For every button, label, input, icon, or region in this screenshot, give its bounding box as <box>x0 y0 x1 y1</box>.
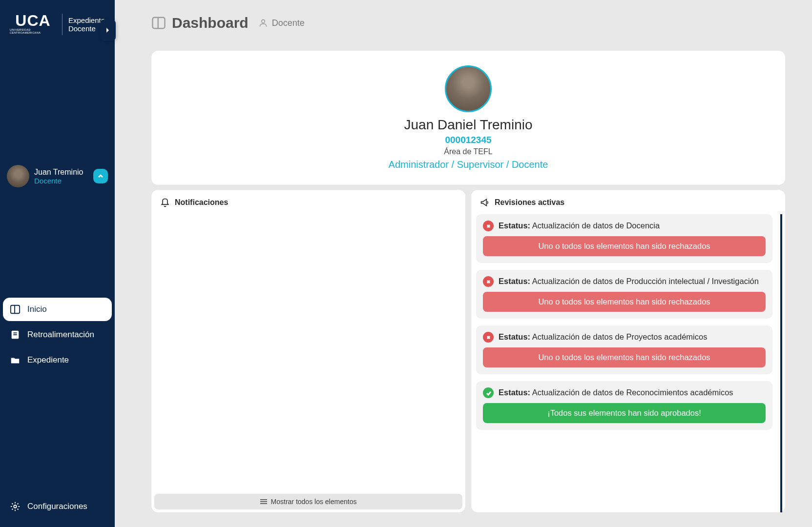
logo-area: UCA UNIVERSIDAD CENTROAMERICANA Expedien… <box>0 0 115 45</box>
gear-icon <box>10 501 21 512</box>
person-icon <box>258 18 268 28</box>
nav-item-configuraciones[interactable]: Configuraciones <box>0 495 115 518</box>
bell-icon <box>160 198 170 207</box>
reject-icon <box>483 221 494 231</box>
svg-point-8 <box>261 20 265 23</box>
nav-label: Inicio <box>27 304 47 314</box>
app-title-line2: Docente <box>68 24 105 33</box>
nav: Inicio Retroalimentación Expediente <box>0 298 115 372</box>
avatar <box>7 165 29 187</box>
nav-item-expediente[interactable]: Expediente <box>3 348 112 372</box>
nav-label: Expediente <box>27 355 69 365</box>
dashboard-icon <box>10 304 21 315</box>
review-text: Estatus: Actualización de datos de Produ… <box>499 276 759 286</box>
reject-icon <box>483 332 494 343</box>
review-status-bar[interactable]: Uno o todos los elementos han sido recha… <box>483 292 766 312</box>
sidebar: UCA UNIVERSIDAD CENTROAMERICANA Expedien… <box>0 0 115 527</box>
nav-label: Configuraciones <box>27 502 87 511</box>
panels: Notificaciones Mostrar todos los element… <box>151 190 785 512</box>
panel-title: Revisiones activas <box>495 198 564 207</box>
page-header: Dashboard Docente <box>151 15 785 31</box>
page-title: Dashboard <box>151 15 249 31</box>
user-info: Juan Treminio Docente <box>34 168 88 185</box>
review-text: Estatus: Actualización de datos de Recon… <box>499 387 733 398</box>
review-status-bar[interactable]: Uno o todos los elementos han sido recha… <box>483 347 766 367</box>
svg-point-5 <box>14 505 17 508</box>
chevron-up-icon <box>97 173 104 180</box>
page-title-text: Dashboard <box>172 15 249 31</box>
nav-item-retroalimentacion[interactable]: Retroalimentación <box>3 323 112 346</box>
logo-divider <box>62 14 62 35</box>
review-status-bar[interactable]: Uno o todos los elementos han sido recha… <box>483 236 766 256</box>
review-status-bar[interactable]: ¡Todos sus elementos han sido aprobados! <box>483 403 766 423</box>
review-text: Estatus: Actualización de datos de Docen… <box>499 220 660 231</box>
profile-card: Juan Daniel Treminio 000012345 Área de T… <box>151 51 785 185</box>
profile-name: Juan Daniel Treminio <box>404 117 532 133</box>
main-content: Dashboard Docente Juan Daniel Treminio 0… <box>115 0 812 527</box>
notifications-body <box>151 214 465 491</box>
review-head: Estatus: Actualización de datos de Docen… <box>483 220 766 231</box>
panel-notifications: Notificaciones Mostrar todos los element… <box>151 190 465 512</box>
review-item[interactable]: Estatus: Actualización de datos de Produ… <box>476 270 772 319</box>
book-icon <box>10 329 21 340</box>
page-subtitle: Docente <box>258 18 305 28</box>
app-title-line1: Expediente <box>68 16 105 24</box>
page-subtitle-text: Docente <box>272 18 305 28</box>
review-text: Estatus: Actualización de datos de Proye… <box>499 331 707 342</box>
show-all-button[interactable]: Mostrar todos los elementos <box>154 494 462 509</box>
dashboard-icon <box>151 16 166 30</box>
review-head: Estatus: Actualización de datos de Produ… <box>483 276 766 287</box>
approve-icon <box>483 387 494 398</box>
revisions-body[interactable]: Estatus: Actualización de datos de Docen… <box>471 214 782 512</box>
nav-item-inicio[interactable]: Inicio <box>3 298 112 321</box>
chevron-right-icon <box>105 27 110 34</box>
review-head: Estatus: Actualización de datos de Proye… <box>483 331 766 343</box>
show-all-label: Mostrar todos los elementos <box>271 498 357 506</box>
profile-roles: Administrador / Supervisor / Docente <box>389 159 548 170</box>
nav-label: Retroalimentación <box>27 330 94 340</box>
avatar <box>445 65 492 112</box>
folder-icon <box>10 355 21 365</box>
review-item[interactable]: Estatus: Actualización de datos de Proye… <box>476 325 772 374</box>
user-expand-button[interactable] <box>93 169 108 183</box>
profile-area: Área de TEFL <box>444 147 492 156</box>
panel-title: Notificaciones <box>175 198 228 207</box>
panel-header: Revisiones activas <box>471 190 785 214</box>
panel-header: Notificaciones <box>151 190 465 214</box>
profile-id: 000012345 <box>445 135 491 145</box>
review-item[interactable]: Estatus: Actualización de datos de Recon… <box>476 381 772 430</box>
user-role: Docente <box>34 177 88 185</box>
sidebar-collapse-button[interactable] <box>100 20 116 41</box>
panel-revisions: Revisiones activas Estatus: Actualizació… <box>471 190 785 512</box>
logo-app-title: Expediente Docente <box>68 16 105 33</box>
review-head: Estatus: Actualización de datos de Recon… <box>483 387 766 398</box>
user-name: Juan Treminio <box>34 168 88 177</box>
review-item[interactable]: Estatus: Actualización de datos de Docen… <box>476 214 772 263</box>
sidebar-user-card[interactable]: Juan Treminio Docente <box>4 162 111 190</box>
logo-uca-subtitle: UNIVERSIDAD CENTROAMERICANA <box>10 28 56 34</box>
megaphone-icon <box>480 198 490 207</box>
logo-uca-text: UCA <box>15 15 50 27</box>
list-icon <box>260 499 267 505</box>
reject-icon <box>483 276 494 287</box>
logo-uca: UCA UNIVERSIDAD CENTROAMERICANA <box>10 15 56 34</box>
